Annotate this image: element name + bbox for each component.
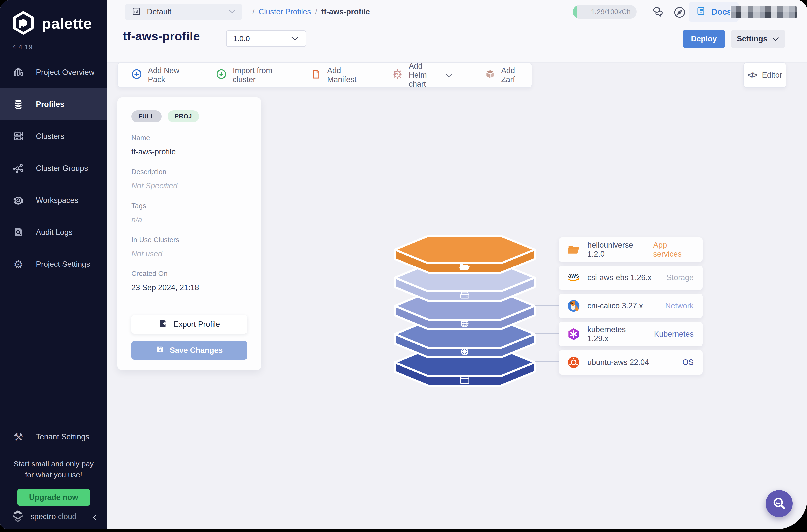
aws-icon: aws: [566, 270, 581, 285]
usage-quota-text: 1.29/100kCh: [591, 8, 631, 16]
add-zarf-button[interactable]: Add Zarf: [485, 66, 519, 84]
promo-text-line2: for what you use!: [0, 469, 108, 480]
save-changes-button[interactable]: Save Changes: [131, 341, 247, 360]
import-from-cluster-button[interactable]: Import from cluster: [215, 66, 276, 84]
layer-app-services[interactable]: [395, 236, 535, 273]
sidebar-tenant-section: ⚒ Tenant Settings: [0, 421, 108, 453]
collapse-sidebar-icon[interactable]: ‹: [93, 511, 96, 522]
manifest-file-icon: [311, 69, 322, 82]
export-profile-button[interactable]: Export Profile: [131, 315, 247, 334]
kubernetes-wheel-icon: [462, 348, 468, 355]
connector-kubernetes: [535, 333, 562, 334]
sidebar-nav: Project Overview Profiles Clusters Clust…: [0, 56, 108, 280]
add-helm-chart-button[interactable]: HELM Add Helm chart: [391, 62, 452, 89]
connector-storage: [535, 277, 562, 278]
feedback-chat-button[interactable]: [651, 5, 665, 19]
field-value-created-on: 23 Sep 2024, 21:18: [131, 283, 247, 292]
sidebar-item-label: Project Overview: [36, 68, 94, 77]
breadcrumb-current: tf-aws-profile: [321, 7, 370, 17]
pack-row-csi-aws-ebs[interactable]: aws csi-aws-ebs 1.26.x Storage: [559, 266, 702, 290]
save-floppy-icon: [156, 345, 164, 356]
settings-button[interactable]: Settings: [731, 30, 785, 48]
layers-icon: [12, 98, 25, 111]
field-label-in-use-clusters: In Use Clusters: [131, 236, 247, 244]
app-version: 4.4.19: [0, 36, 108, 51]
profile-version-select[interactable]: 1.0.0: [226, 31, 306, 47]
pack-name: ubuntu-aws 22.04: [587, 358, 649, 367]
footer-brand: spectro cloud: [31, 512, 76, 521]
download-circle-icon: [215, 69, 227, 82]
breadcrumb-separator: /: [315, 7, 317, 17]
book-icon: [696, 6, 707, 18]
upgrade-promo: Start small and only pay for what you us…: [0, 458, 108, 506]
editor-toggle-button[interactable]: </> Editor: [743, 62, 786, 88]
scope-badge-full: FULL: [131, 110, 162, 122]
palette-logo: palette: [0, 0, 108, 36]
help-search-fab[interactable]: [766, 490, 792, 517]
profile-version-value: 1.0.0: [233, 35, 250, 43]
field-label-tags: Tags: [131, 202, 247, 210]
gear-icon: ⚙: [12, 258, 25, 271]
profile-layers-diagram: [385, 230, 545, 390]
add-new-pack-button[interactable]: Add New Pack: [131, 66, 181, 84]
svg-text:HELM: HELM: [394, 73, 400, 75]
project-scope-selector[interactable]: Default: [125, 4, 242, 20]
pack-type: OS: [682, 358, 694, 367]
sidebar-item-label: Tenant Settings: [36, 432, 90, 441]
sidebar-item-project-settings[interactable]: ⚙ Project Settings: [0, 248, 108, 280]
nodes-icon: [12, 162, 25, 174]
pack-name: kubernetes 1.29.x: [587, 325, 648, 343]
project-icon: [131, 6, 142, 18]
orbit-icon: [12, 194, 25, 206]
upgrade-now-button[interactable]: Upgrade now: [17, 489, 90, 506]
redacted-username[interactable]: [730, 6, 797, 18]
field-label-name: Name: [131, 134, 247, 142]
pack-name: cni-calico 3.27.x: [587, 302, 643, 310]
field-value-tags: n/a: [131, 215, 247, 224]
pack-name: csi-aws-ebs 1.26.x: [587, 273, 652, 282]
deploy-button[interactable]: Deploy: [682, 30, 725, 48]
sidebar-item-tenant-settings[interactable]: ⚒ Tenant Settings: [0, 421, 108, 453]
sidebar-item-cluster-groups[interactable]: Cluster Groups: [0, 152, 108, 184]
add-manifest-button[interactable]: Add Manifest: [311, 66, 356, 84]
pack-type: Network: [665, 302, 694, 310]
brand-wordmark: palette: [42, 15, 92, 32]
sidebar-item-label: Cluster Groups: [36, 164, 88, 173]
tools-icon: ⚒: [12, 431, 25, 443]
sidebar-item-project-overview[interactable]: Project Overview: [0, 56, 108, 89]
page-title: tf-aws-profile: [123, 30, 200, 43]
chevron-down-icon: [290, 35, 299, 43]
settings-label: Settings: [737, 35, 767, 43]
pack-type: App services: [653, 241, 694, 259]
sidebar-item-label: Profiles: [36, 100, 64, 109]
pack-row-ubuntu-aws[interactable]: ubuntu-aws 22.04 OS: [559, 350, 702, 375]
ubuntu-icon: [566, 355, 581, 370]
chevron-down-icon: [772, 35, 779, 43]
field-label-description: Description: [131, 168, 247, 176]
svg-text:aws: aws: [568, 272, 579, 279]
field-value-description: Not Specified: [131, 181, 247, 190]
breadcrumb-link-cluster-profiles[interactable]: Cluster Profiles: [259, 7, 311, 17]
calico-icon: [566, 299, 581, 313]
field-value-in-use-clusters: Not used: [131, 249, 247, 258]
sidebar: palette 4.4.19 Project Overview Profiles: [0, 0, 108, 529]
pack-row-cni-calico[interactable]: cni-calico 3.27.x Network: [559, 294, 702, 318]
sidebar-item-clusters[interactable]: Clusters: [0, 120, 108, 152]
field-value-name: tf-aws-profile: [131, 147, 247, 156]
sidebar-item-audit-logs[interactable]: Audit Logs: [0, 216, 108, 248]
sidebar-item-profiles[interactable]: Profiles: [0, 89, 108, 120]
pack-toolbar: Add New Pack Import from cluster Add Man…: [117, 62, 532, 88]
sidebar-item-workspaces[interactable]: Workspaces: [0, 184, 108, 216]
kubernetes-icon: [566, 327, 581, 341]
code-icon: </>: [748, 71, 757, 79]
pack-row-hellouniverse[interactable]: hellouniverse 1.2.0 App services: [559, 237, 702, 262]
compass-tour-button[interactable]: [673, 5, 687, 19]
chevron-down-icon: [446, 71, 452, 80]
connector-network: [535, 305, 562, 306]
sidebar-item-label: Clusters: [36, 132, 64, 141]
pack-row-kubernetes[interactable]: kubernetes 1.29.x Kubernetes: [559, 322, 702, 346]
connector-os: [535, 361, 562, 362]
spectro-cloud-logo-icon: [11, 509, 25, 524]
sidebar-item-label: Audit Logs: [36, 228, 73, 237]
sidebar-item-label: Workspaces: [36, 196, 78, 205]
